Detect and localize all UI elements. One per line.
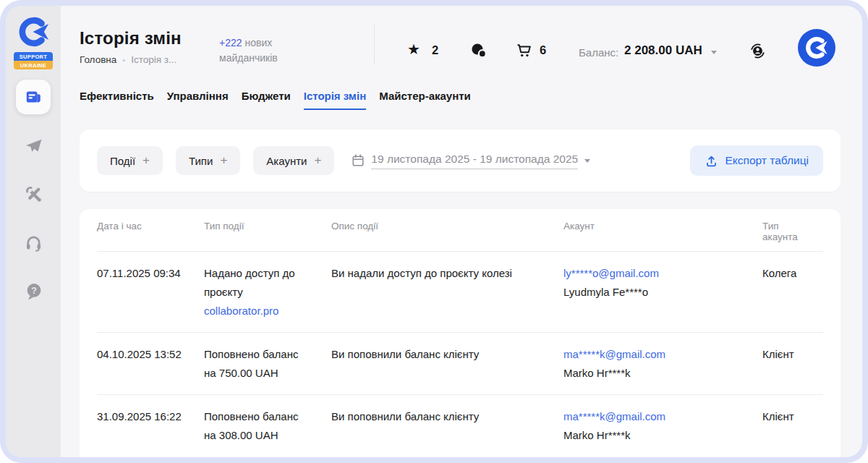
breadcrumb: Головна • Історія з... xyxy=(80,54,182,65)
account-email-link[interactable]: ma*****k@gmail.com xyxy=(563,407,744,426)
sidebar: SUPPORT UKRAINE xyxy=(6,6,61,457)
balance-label: Баланс: xyxy=(579,46,618,59)
filter-chip-accounts[interactable]: Акаунти + xyxy=(253,146,334,175)
sidebar-item-telegram[interactable] xyxy=(16,128,51,163)
date-range-value: 19 листопада 2025 - 19 листопада 2025 xyxy=(371,153,578,169)
tab-management[interactable]: Управління xyxy=(167,90,229,110)
collaborator-logo-icon xyxy=(16,15,51,48)
new-platforms-note[interactable]: +222 нових майданчиків xyxy=(219,35,313,66)
account-email-link[interactable]: ma*****k@gmail.com xyxy=(563,345,744,364)
cell-event-type: Поповнено баланс на 750.00 UAH xyxy=(204,345,331,383)
cell-account-type: Клієнт xyxy=(762,345,823,383)
table-row: 07.11.2025 09:34 Надано доступ до проєкт… xyxy=(97,252,823,333)
header-divider xyxy=(374,25,375,64)
project-link[interactable]: collaborator.pro xyxy=(204,302,312,320)
collaborator-logo[interactable] xyxy=(16,15,51,51)
tools-icon xyxy=(24,184,43,204)
filter-chip-events[interactable]: Події + xyxy=(97,146,163,175)
page-frame: SUPPORT UKRAINE xyxy=(0,0,868,463)
chat-button[interactable] xyxy=(470,42,488,62)
favorites-count: 2 xyxy=(432,43,438,57)
cell-account: ly*****o@gmail.com Lyudmyla Fe****o xyxy=(563,264,762,320)
cell-datetime: 07.11.2025 09:34 xyxy=(97,264,204,320)
user-switch-button[interactable] xyxy=(748,41,767,64)
support-ukraine-badge: SUPPORT UKRAINE xyxy=(14,52,53,69)
filter-chip-types-label: Типи xyxy=(189,155,213,167)
cell-account-type: Клієнт xyxy=(762,407,823,445)
tab-budgets[interactable]: Бюджети xyxy=(242,90,291,110)
column-header-datetime: Дата і час xyxy=(97,221,204,242)
account-name: Lyudmyla Fe****o xyxy=(563,283,744,302)
cell-event-type: Поповнено баланс на 308.00 UAH xyxy=(204,407,331,445)
avatar-logo-icon xyxy=(797,28,836,67)
help-icon: ? xyxy=(24,281,43,301)
badge-ukraine-label: UKRAINE xyxy=(14,61,53,69)
news-icon xyxy=(24,88,43,106)
plus-icon: + xyxy=(314,153,321,168)
sidebar-item-help[interactable]: ? xyxy=(16,273,51,308)
cell-datetime: 04.10.2025 13:52 xyxy=(97,345,204,383)
table-header-row: Дата і час Тип події Опис події Акаунт Т… xyxy=(97,209,823,252)
svg-text:?: ? xyxy=(31,285,37,295)
export-table-button[interactable]: Експорт таблиці xyxy=(690,145,824,176)
filter-chip-accounts-label: Акаунти xyxy=(266,155,307,167)
account-name: Marko Hr****k xyxy=(563,364,744,383)
badge-support-label: SUPPORT xyxy=(14,52,53,61)
header: Історія змін Головна • Історія з... +222… xyxy=(61,6,862,81)
favorites-star-icon[interactable]: ★ xyxy=(407,41,420,57)
sidebar-item-tools[interactable] xyxy=(16,177,51,211)
sidebar-item-news[interactable] xyxy=(16,80,51,114)
date-chevron-down-icon xyxy=(584,159,590,163)
tab-bar: Ефективність Управління Бюджети Історія … xyxy=(61,81,862,110)
main-area: Історія змін Головна • Історія з... +222… xyxy=(61,6,862,457)
plus-icon: + xyxy=(220,153,227,168)
balance-value[interactable]: 2 208.00 UAH xyxy=(624,43,702,58)
cell-description: Ви поповнили баланс клієнту xyxy=(331,345,563,383)
user-switch-icon xyxy=(748,41,767,61)
breadcrumb-home[interactable]: Головна xyxy=(80,54,116,65)
balance-chevron-down-icon[interactable] xyxy=(711,51,717,54)
calendar-icon xyxy=(352,153,365,168)
cell-datetime: 31.09.2025 16:22 xyxy=(97,407,204,445)
filter-chip-types[interactable]: Типи + xyxy=(176,146,240,175)
account-name: Marko Hr****k xyxy=(563,426,744,445)
column-header-account: Акаунт xyxy=(563,221,762,242)
tab-change-history[interactable]: Історія змін xyxy=(304,90,366,110)
page-title: Історія змін xyxy=(80,28,182,48)
new-platforms-count: +222 xyxy=(219,37,242,48)
plus-icon: + xyxy=(142,153,150,168)
breadcrumb-separator: • xyxy=(122,56,125,64)
history-table: Дата і час Тип події Опис події Акаунт Т… xyxy=(80,209,841,457)
profile-avatar[interactable] xyxy=(797,28,836,67)
column-header-account-type: Тип акаунта xyxy=(762,221,823,242)
cell-event-type: Надано доступ до проєкту collaborator.pr… xyxy=(204,264,331,320)
telegram-icon xyxy=(24,136,43,156)
column-header-event-type: Тип події xyxy=(204,221,331,242)
event-type-text: Надано доступ до проєкту xyxy=(204,267,295,298)
export-table-label: Експорт таблиці xyxy=(726,154,809,167)
breadcrumb-current: Історія з... xyxy=(131,54,176,65)
sidebar-nav: ? xyxy=(16,80,51,308)
title-block: Історія змін Головна • Історія з... xyxy=(80,28,182,65)
cell-account: ma*****k@gmail.com Marko Hr****k xyxy=(563,407,762,445)
table-row: 31.09.2025 16:22 Поповнено баланс на 308… xyxy=(97,395,823,456)
upload-icon xyxy=(705,154,718,168)
column-header-description: Опис події xyxy=(331,221,563,242)
tab-efficiency[interactable]: Ефективність xyxy=(80,90,154,110)
sidebar-item-support[interactable] xyxy=(16,225,51,260)
account-email-link[interactable]: ly*****o@gmail.com xyxy=(563,264,744,283)
tab-master-accounts[interactable]: Майстер-акаунти xyxy=(379,90,471,110)
cell-description: Ви надали доступ до проєкту колезі xyxy=(331,264,563,320)
app-window: SUPPORT UKRAINE xyxy=(6,6,862,457)
cell-account-type: Колега xyxy=(762,264,823,320)
cell-description: Ви поповнили баланс клієнту xyxy=(331,407,563,445)
headset-icon xyxy=(24,233,43,252)
chat-icon xyxy=(470,42,488,59)
cart-button[interactable] xyxy=(516,42,533,62)
filter-bar: Події + Типи + Акаунти + 19 листопада 20… xyxy=(80,129,841,192)
table-row: 04.10.2025 13:52 Поповнено баланс на 750… xyxy=(97,333,823,395)
cart-count: 6 xyxy=(540,43,546,57)
cell-account: ma*****k@gmail.com Marko Hr****k xyxy=(563,345,762,383)
date-range-picker[interactable]: 19 листопада 2025 - 19 листопада 2025 xyxy=(352,153,590,169)
filter-chip-events-label: Події xyxy=(110,155,135,167)
